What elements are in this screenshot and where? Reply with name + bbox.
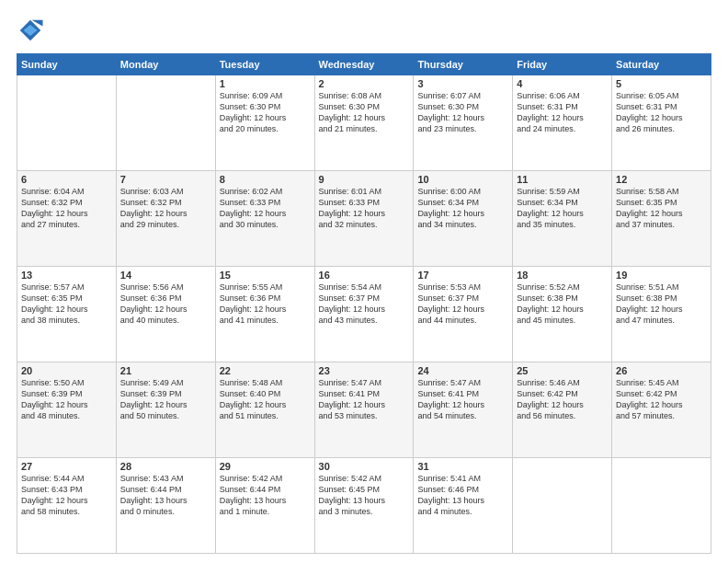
- day-number: 15: [220, 270, 311, 281]
- weekday-header: Tuesday: [215, 54, 314, 75]
- calendar-cell: [513, 458, 612, 554]
- calendar-table: SundayMondayTuesdayWednesdayThursdayFrid…: [17, 53, 711, 554]
- calendar-week-row: 1Sunrise: 6:09 AM Sunset: 6:30 PM Daylig…: [17, 75, 711, 171]
- day-info: Sunrise: 5:55 AM Sunset: 6:36 PM Dayligh…: [220, 282, 311, 327]
- calendar-cell: 11Sunrise: 5:59 AM Sunset: 6:34 PM Dayli…: [513, 171, 612, 267]
- weekday-header: Wednesday: [314, 54, 414, 75]
- day-number: 4: [517, 78, 608, 89]
- day-number: 14: [120, 270, 211, 281]
- calendar-page: SundayMondayTuesdayWednesdayThursdayFrid…: [0, 0, 728, 563]
- calendar-cell: 4Sunrise: 6:06 AM Sunset: 6:31 PM Daylig…: [513, 75, 612, 171]
- day-number: 10: [417, 174, 508, 185]
- weekday-header: Friday: [513, 54, 612, 75]
- day-info: Sunrise: 6:09 AM Sunset: 6:30 PM Dayligh…: [220, 90, 311, 135]
- calendar-cell: 8Sunrise: 6:02 AM Sunset: 6:33 PM Daylig…: [215, 171, 314, 267]
- day-info: Sunrise: 5:49 AM Sunset: 6:39 PM Dayligh…: [120, 377, 211, 422]
- day-number: 3: [417, 78, 508, 89]
- day-info: Sunrise: 6:06 AM Sunset: 6:31 PM Dayligh…: [517, 90, 608, 135]
- day-number: 25: [517, 365, 608, 376]
- day-info: Sunrise: 5:46 AM Sunset: 6:42 PM Dayligh…: [517, 377, 608, 422]
- calendar-cell: 18Sunrise: 5:52 AM Sunset: 6:38 PM Dayli…: [513, 267, 612, 362]
- day-number: 26: [616, 365, 707, 376]
- day-number: 30: [319, 461, 410, 472]
- weekday-header: Sunday: [17, 54, 117, 75]
- calendar-cell: 26Sunrise: 5:45 AM Sunset: 6:42 PM Dayli…: [612, 362, 711, 458]
- day-number: 23: [319, 365, 410, 376]
- day-number: 17: [417, 270, 508, 281]
- logo: [17, 17, 48, 44]
- calendar-cell: [116, 75, 215, 171]
- day-number: 5: [616, 78, 707, 89]
- calendar-cell: 24Sunrise: 5:47 AM Sunset: 6:41 PM Dayli…: [414, 362, 513, 458]
- calendar-cell: 13Sunrise: 5:57 AM Sunset: 6:35 PM Dayli…: [17, 267, 117, 362]
- day-info: Sunrise: 5:47 AM Sunset: 6:41 PM Dayligh…: [319, 377, 410, 422]
- day-info: Sunrise: 5:48 AM Sunset: 6:40 PM Dayligh…: [220, 377, 311, 422]
- day-info: Sunrise: 6:08 AM Sunset: 6:30 PM Dayligh…: [319, 90, 410, 135]
- weekday-header: Saturday: [612, 54, 711, 75]
- day-info: Sunrise: 6:03 AM Sunset: 6:32 PM Dayligh…: [120, 186, 211, 231]
- day-number: 29: [220, 461, 311, 472]
- calendar-cell: 5Sunrise: 6:05 AM Sunset: 6:31 PM Daylig…: [612, 75, 711, 171]
- logo-icon: [17, 17, 44, 44]
- calendar-cell: 19Sunrise: 5:51 AM Sunset: 6:38 PM Dayli…: [612, 267, 711, 362]
- day-info: Sunrise: 6:01 AM Sunset: 6:33 PM Dayligh…: [319, 186, 410, 231]
- calendar-week-row: 27Sunrise: 5:44 AM Sunset: 6:43 PM Dayli…: [17, 458, 711, 554]
- day-info: Sunrise: 5:41 AM Sunset: 6:46 PM Dayligh…: [417, 473, 508, 518]
- day-number: 11: [517, 174, 608, 185]
- day-info: Sunrise: 5:53 AM Sunset: 6:37 PM Dayligh…: [417, 282, 508, 327]
- calendar-cell: [17, 75, 117, 171]
- day-info: Sunrise: 6:02 AM Sunset: 6:33 PM Dayligh…: [220, 186, 311, 231]
- calendar-cell: 20Sunrise: 5:50 AM Sunset: 6:39 PM Dayli…: [17, 362, 117, 458]
- calendar-cell: 1Sunrise: 6:09 AM Sunset: 6:30 PM Daylig…: [215, 75, 314, 171]
- day-number: 9: [319, 174, 410, 185]
- calendar-cell: 7Sunrise: 6:03 AM Sunset: 6:32 PM Daylig…: [116, 171, 215, 267]
- calendar-cell: 12Sunrise: 5:58 AM Sunset: 6:35 PM Dayli…: [612, 171, 711, 267]
- day-number: 19: [616, 270, 707, 281]
- calendar-cell: 25Sunrise: 5:46 AM Sunset: 6:42 PM Dayli…: [513, 362, 612, 458]
- calendar-cell: 9Sunrise: 6:01 AM Sunset: 6:33 PM Daylig…: [314, 171, 414, 267]
- calendar-cell: 30Sunrise: 5:42 AM Sunset: 6:45 PM Dayli…: [314, 458, 414, 554]
- calendar-cell: 31Sunrise: 5:41 AM Sunset: 6:46 PM Dayli…: [414, 458, 513, 554]
- weekday-header: Thursday: [414, 54, 513, 75]
- calendar-cell: 2Sunrise: 6:08 AM Sunset: 6:30 PM Daylig…: [314, 75, 414, 171]
- calendar-cell: 10Sunrise: 6:00 AM Sunset: 6:34 PM Dayli…: [414, 171, 513, 267]
- day-info: Sunrise: 5:56 AM Sunset: 6:36 PM Dayligh…: [120, 282, 211, 327]
- day-number: 24: [417, 365, 508, 376]
- day-info: Sunrise: 5:52 AM Sunset: 6:38 PM Dayligh…: [517, 282, 608, 327]
- calendar-cell: 28Sunrise: 5:43 AM Sunset: 6:44 PM Dayli…: [116, 458, 215, 554]
- day-info: Sunrise: 6:04 AM Sunset: 6:32 PM Dayligh…: [21, 186, 112, 231]
- day-number: 13: [21, 270, 112, 281]
- calendar-cell: [612, 458, 711, 554]
- day-info: Sunrise: 5:54 AM Sunset: 6:37 PM Dayligh…: [319, 282, 410, 327]
- day-number: 12: [616, 174, 707, 185]
- day-number: 8: [220, 174, 311, 185]
- calendar-cell: 17Sunrise: 5:53 AM Sunset: 6:37 PM Dayli…: [414, 267, 513, 362]
- day-number: 22: [220, 365, 311, 376]
- weekday-header: Monday: [116, 54, 215, 75]
- day-info: Sunrise: 6:07 AM Sunset: 6:30 PM Dayligh…: [417, 90, 508, 135]
- day-info: Sunrise: 5:58 AM Sunset: 6:35 PM Dayligh…: [616, 186, 707, 231]
- day-info: Sunrise: 6:05 AM Sunset: 6:31 PM Dayligh…: [616, 90, 707, 135]
- day-number: 7: [120, 174, 211, 185]
- day-number: 18: [517, 270, 608, 281]
- calendar-cell: 15Sunrise: 5:55 AM Sunset: 6:36 PM Dayli…: [215, 267, 314, 362]
- calendar-cell: 29Sunrise: 5:42 AM Sunset: 6:44 PM Dayli…: [215, 458, 314, 554]
- calendar-cell: 6Sunrise: 6:04 AM Sunset: 6:32 PM Daylig…: [17, 171, 117, 267]
- calendar-week-row: 20Sunrise: 5:50 AM Sunset: 6:39 PM Dayli…: [17, 362, 711, 458]
- day-info: Sunrise: 5:50 AM Sunset: 6:39 PM Dayligh…: [21, 377, 112, 422]
- day-info: Sunrise: 5:47 AM Sunset: 6:41 PM Dayligh…: [417, 377, 508, 422]
- day-number: 20: [21, 365, 112, 376]
- day-info: Sunrise: 5:45 AM Sunset: 6:42 PM Dayligh…: [616, 377, 707, 422]
- day-info: Sunrise: 5:51 AM Sunset: 6:38 PM Dayligh…: [616, 282, 707, 327]
- day-info: Sunrise: 5:59 AM Sunset: 6:34 PM Dayligh…: [517, 186, 608, 231]
- day-info: Sunrise: 6:00 AM Sunset: 6:34 PM Dayligh…: [417, 186, 508, 231]
- day-info: Sunrise: 5:42 AM Sunset: 6:44 PM Dayligh…: [220, 473, 311, 518]
- header: [17, 17, 711, 44]
- day-number: 27: [21, 461, 112, 472]
- day-number: 2: [319, 78, 410, 89]
- day-info: Sunrise: 5:42 AM Sunset: 6:45 PM Dayligh…: [319, 473, 410, 518]
- day-number: 28: [120, 461, 211, 472]
- calendar-cell: 23Sunrise: 5:47 AM Sunset: 6:41 PM Dayli…: [314, 362, 414, 458]
- calendar-week-row: 13Sunrise: 5:57 AM Sunset: 6:35 PM Dayli…: [17, 267, 711, 362]
- calendar-cell: 16Sunrise: 5:54 AM Sunset: 6:37 PM Dayli…: [314, 267, 414, 362]
